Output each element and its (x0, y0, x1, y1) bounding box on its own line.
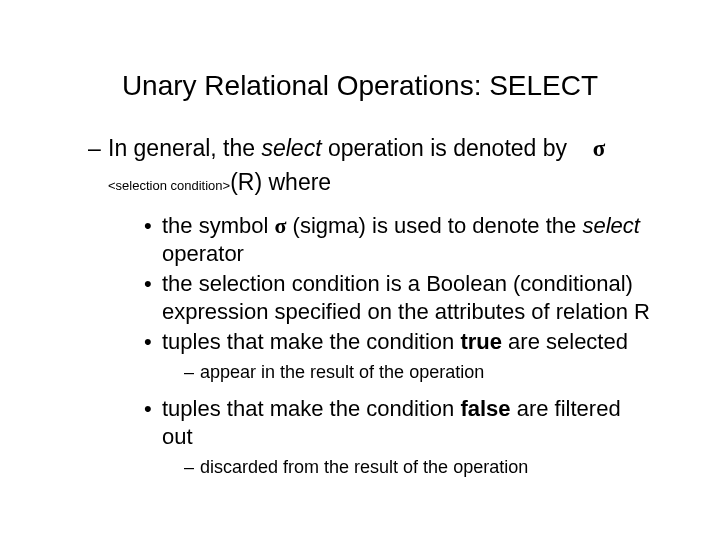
slide-title: Unary Relational Operations: SELECT (0, 70, 720, 102)
b4-bold: false (460, 396, 510, 421)
intro-mid: operation is denoted by (322, 135, 568, 161)
slide: Unary Relational Operations: SELECT – In… (0, 0, 720, 540)
sigma-icon: σ (275, 213, 287, 238)
bullet-2: • the selection condition is a Boolean (… (144, 270, 650, 326)
slide-content: – In general, the select operation is de… (0, 134, 720, 479)
dash-marker: – (88, 134, 108, 163)
b1-pre: the symbol (162, 213, 275, 238)
bullet-marker: • (144, 212, 162, 240)
bullet-marker: • (144, 395, 162, 423)
sub-bullet-4-text: discarded from the result of the operati… (200, 455, 528, 479)
b3-post: are selected (502, 329, 628, 354)
sigma-icon: σ (593, 136, 606, 161)
intro-select-word: select (261, 135, 321, 161)
sub-bullet-3: – appear in the result of the operation (144, 360, 650, 384)
bullet-marker: • (144, 270, 162, 298)
b1-select-word: select (582, 213, 639, 238)
bullet-2-body: the selection condition is a Boolean (co… (162, 270, 650, 326)
bullet-4-body: tuples that make the condition false are… (162, 395, 650, 451)
dash-marker: – (184, 455, 200, 479)
bullet-3-body: tuples that make the condition true are … (162, 328, 650, 356)
intro-pre: In general, the (108, 135, 261, 161)
b3-pre: tuples that make the condition (162, 329, 460, 354)
bullet-3: • tuples that make the condition true ar… (144, 328, 650, 356)
intro-after-sub: (R) where (230, 169, 331, 195)
selection-condition-subscript: <selection condition> (108, 178, 230, 193)
bullet-1: • the symbol σ (sigma) is used to denote… (144, 212, 650, 268)
bullet-4: • tuples that make the condition false a… (144, 395, 650, 451)
b3-bold: true (460, 329, 502, 354)
sub-bullet-3-text: appear in the result of the operation (200, 360, 484, 384)
bullet-1-body: the symbol σ (sigma) is used to denote t… (162, 212, 650, 268)
bullet-list: • the symbol σ (sigma) is used to denote… (88, 212, 650, 480)
intro-line: – In general, the select operation is de… (88, 134, 650, 164)
bullet-marker: • (144, 328, 162, 356)
b4-pre: tuples that make the condition (162, 396, 460, 421)
dash-marker: – (184, 360, 200, 384)
sub-bullet-4: – discarded from the result of the opera… (144, 455, 650, 479)
intro-body: In general, the select operation is deno… (108, 134, 650, 164)
b1-post: operator (162, 241, 244, 266)
intro-line2: <selection condition>(R) where (88, 168, 650, 198)
b1-mid: (sigma) is used to denote the (286, 213, 582, 238)
